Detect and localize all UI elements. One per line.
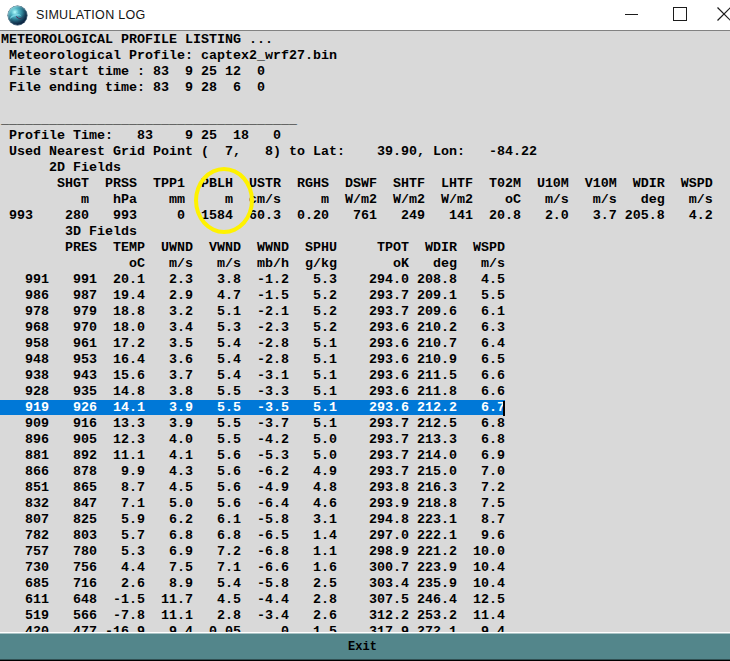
log-line-9: SHGT PRSS TPP1 PBLH USTR RGHS DSWF SHTF …: [1, 176, 729, 192]
log-line-0: METEOROLOGICAL PROFILE LISTING ...: [1, 32, 729, 48]
log-line-2: File start time : 83 9 25 12 0: [1, 64, 729, 80]
selected-profile-row: 919 926 14.1 3.9 5.5 -3.5 5.1 293.6 212.…: [1, 400, 729, 416]
log-line-3: File ending time: 83 9 28 6 0: [1, 80, 729, 96]
log-line-28: 851 865 8.7 4.5 5.6 -4.9 4.8 293.8 216.3…: [1, 480, 729, 496]
log-line-24: 909 916 13.3 3.9 5.5 -3.7 5.1 293.7 212.…: [1, 416, 729, 432]
log-line-25: 896 905 12.3 4.0 5.5 -4.2 5.0 293.7 213.…: [1, 432, 729, 448]
log-line-29: 832 847 7.1 5.0 5.6 -6.4 4.6 293.9 218.8…: [1, 496, 729, 512]
log-line-17: 978 979 18.8 3.2 5.1 -2.1 5.2 293.7 209.…: [1, 304, 729, 320]
title-bar: SIMULATION LOG: [0, 0, 730, 31]
log-line-14: oC m/s m/s mb/h g/kg oK deg m/s: [1, 256, 729, 272]
log-line-19: 958 961 17.2 3.5 5.4 -2.8 5.1 293.6 210.…: [1, 336, 729, 352]
log-line-6: Profile Time: 83 9 25 18 0: [1, 128, 729, 144]
log-line-20: 948 953 16.4 3.6 5.4 -2.8 5.1 293.6 210.…: [1, 352, 729, 368]
log-text-area[interactable]: METEOROLOGICAL PROFILE LISTING ... Meteo…: [1, 32, 729, 640]
log-line-34: 685 716 2.6 8.9 5.4 -5.8 2.5 303.4 235.9…: [1, 576, 729, 592]
minimize-button[interactable]: [625, 14, 638, 15]
log-line-16: 986 987 19.4 2.9 4.7 -1.5 5.2 293.7 209.…: [1, 288, 729, 304]
log-line-1: Meteorological Profile: captex2_wrf27.bi…: [1, 48, 729, 64]
window-title: SIMULATION LOG: [36, 0, 146, 30]
close-button[interactable]: [717, 7, 730, 21]
exit-button[interactable]: Exit: [0, 632, 730, 661]
text-caret: [503, 401, 505, 417]
log-line-26: 881 892 11.1 4.1 5.6 -5.3 5.0 293.7 214.…: [1, 448, 729, 464]
log-line-33: 730 756 4.4 7.5 7.1 -6.6 1.6 300.7 223.9…: [1, 560, 729, 576]
log-line-27: 866 878 9.9 4.3 5.6 -6.2 4.9 293.7 215.0…: [1, 464, 729, 480]
log-line-7: Used Nearest Grid Point ( 7, 8) to Lat: …: [1, 144, 729, 160]
log-line-18: 968 970 18.0 3.4 5.3 -2.3 5.2 293.6 210.…: [1, 320, 729, 336]
log-line-11: 993 280 993 0 1584 60.3 0.20 761 249 141…: [1, 208, 729, 224]
log-line-36: 519 566 -7.8 11.1 2.8 -3.4 2.6 312.2 253…: [1, 608, 729, 624]
exit-button-label: Exit: [348, 640, 377, 654]
log-content: METEOROLOGICAL PROFILE LISTING ... Meteo…: [0, 32, 730, 632]
log-line-10: m hPa mm m cm/s m W/m2 W/m2 W/m2 oC m/s …: [1, 192, 729, 208]
log-line-30: 807 825 5.9 6.2 6.1 -5.8 3.1 294.8 223.1…: [1, 512, 729, 528]
log-line-12: 3D Fields: [1, 224, 729, 240]
app-globe-icon: [8, 6, 27, 25]
log-line-8: 2D Fields: [1, 160, 729, 176]
log-line-21: 938 943 15.6 3.7 5.4 -3.1 5.1 293.6 211.…: [1, 368, 729, 384]
log-line-35: 611 648 -1.5 11.7 4.5 -4.4 2.8 307.5 246…: [1, 592, 729, 608]
log-line-5: _____________________________________: [1, 112, 729, 128]
pblh-annotation-circle: [194, 167, 254, 234]
log-line-13: PRES TEMP UWND VWND WWND SPHU TPOT WDIR …: [1, 240, 729, 256]
log-line-4: [1, 96, 729, 112]
log-line-32: 757 780 5.3 6.9 7.2 -6.8 1.1 298.9 221.2…: [1, 544, 729, 560]
log-line-31: 782 803 5.7 6.8 6.8 -6.5 1.4 297.0 222.1…: [1, 528, 729, 544]
maximize-button[interactable]: [673, 7, 687, 21]
log-line-15: 991 991 20.1 2.3 3.8 -1.2 5.3 294.0 208.…: [1, 272, 729, 288]
log-line-22: 928 935 14.8 3.8 5.5 -3.3 5.1 293.6 211.…: [1, 384, 729, 400]
